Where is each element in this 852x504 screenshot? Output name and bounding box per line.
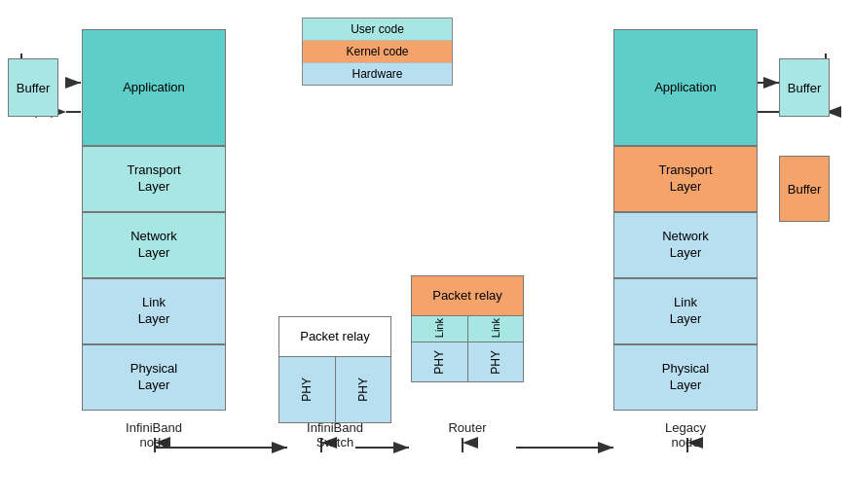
legacy-node-link: LinkLayer <box>613 278 758 344</box>
legacy-node-physical: PhysicalLayer <box>613 344 758 411</box>
legacy-node-network: NetworkLayer <box>613 212 758 278</box>
ib-node-transport: TransportLayer <box>82 146 226 212</box>
legend-hardware: Hardware <box>303 63 452 85</box>
legend: User code Kernel code Hardware <box>302 18 453 86</box>
ib-node-application: Application <box>82 29 226 146</box>
router-stack: Packet relay Link PHY Link PHY <box>411 275 524 382</box>
ib-node-link: LinkLayer <box>82 278 226 344</box>
router-label: Router <box>411 420 524 435</box>
diagram: User code Kernel code Hardware Buffer Ap… <box>0 0 852 504</box>
router-phy-left: PHY <box>412 342 467 381</box>
legend-kernel-code: Kernel code <box>303 41 452 63</box>
router-packet-relay: Packet relay <box>411 275 524 316</box>
legacy-node-stack: Application TransportLayer NetworkLayer … <box>613 29 758 411</box>
legacy-node-label: Legacynode <box>613 420 758 450</box>
router-link-right: Link <box>468 316 524 342</box>
legacy-node-application: Application <box>613 29 758 146</box>
ib-switch-phy-left: PHY <box>279 357 336 422</box>
legend-user-code: User code <box>303 18 452 41</box>
ib-node-label: InfiniBandnode <box>82 420 226 450</box>
ib-switch-stack: Packet relay PHY PHY <box>278 316 391 423</box>
right-buffer-bottom: Buffer <box>779 156 830 222</box>
ib-switch-label: InfiniBandSwitch <box>278 420 391 450</box>
ib-switch-packet-relay: Packet relay <box>278 316 391 357</box>
infiniband-node-stack: Application TransportLayer NetworkLayer … <box>82 29 226 411</box>
ib-node-physical: PhysicalLayer <box>82 344 226 411</box>
ib-node-network: NetworkLayer <box>82 212 226 278</box>
ib-switch-phy-right: PHY <box>336 357 391 422</box>
left-buffer: Buffer <box>8 58 58 117</box>
router-left-col: Link PHY <box>412 316 468 381</box>
router-phy-right: PHY <box>468 342 524 381</box>
right-buffer-top: Buffer <box>779 58 830 117</box>
legacy-node-transport: TransportLayer <box>613 146 758 212</box>
router-right-col: Link PHY <box>468 316 524 381</box>
router-link-left: Link <box>412 316 467 342</box>
